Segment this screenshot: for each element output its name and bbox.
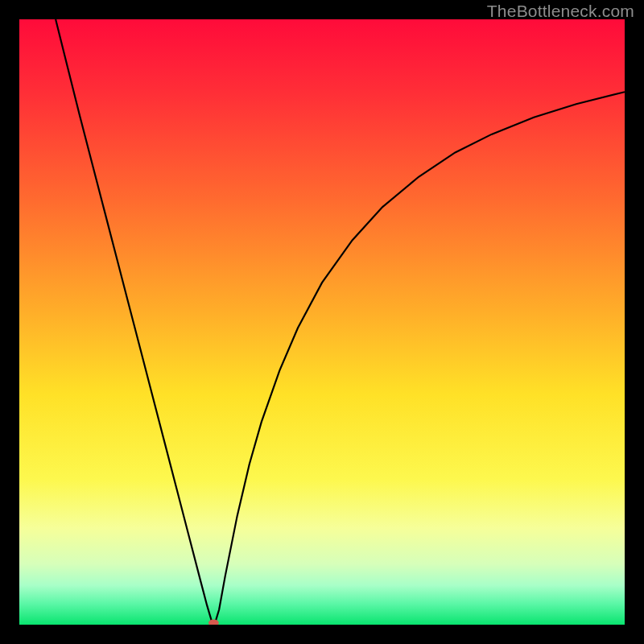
chart-background [19,19,625,625]
chart-frame [19,19,625,625]
watermark-text: TheBottleneck.com [487,2,634,21]
bottleneck-chart [19,19,625,625]
